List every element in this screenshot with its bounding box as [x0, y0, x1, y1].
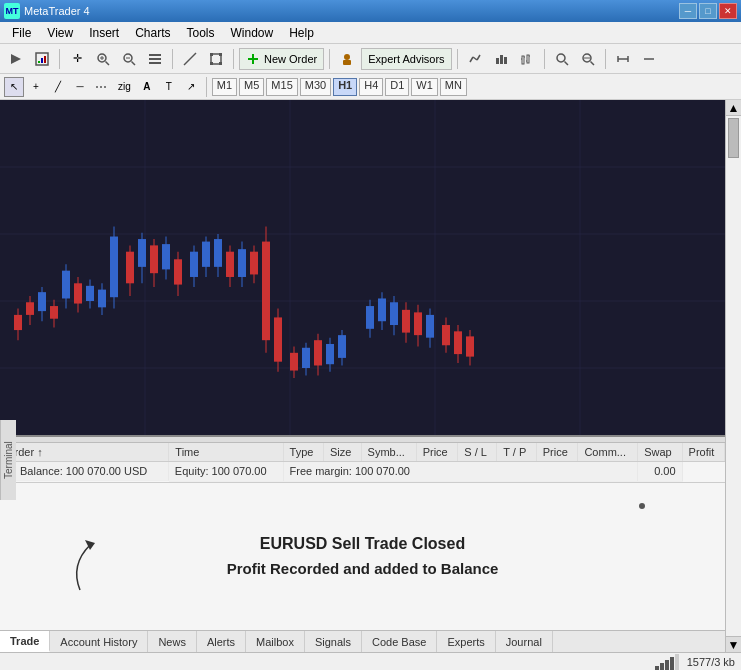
tb-line-btn[interactable]: [178, 48, 202, 70]
tool-arrow2[interactable]: ↗: [181, 77, 201, 97]
tb-chart-type3[interactable]: [515, 48, 539, 70]
tf-m5[interactable]: M5: [239, 78, 264, 96]
tf-w1[interactable]: W1: [411, 78, 438, 96]
svg-rect-103: [302, 348, 310, 368]
menu-tools[interactable]: Tools: [179, 24, 223, 42]
menu-charts[interactable]: Charts: [127, 24, 178, 42]
tb-zoom-sel[interactable]: [550, 48, 574, 70]
svg-rect-79: [150, 245, 158, 273]
bar1: [655, 666, 659, 670]
svg-line-15: [184, 53, 196, 65]
tf-h4[interactable]: H4: [359, 78, 383, 96]
menu-view[interactable]: View: [39, 24, 81, 42]
tab-news[interactable]: News: [148, 631, 197, 652]
tool-ray[interactable]: [92, 77, 112, 97]
tf-separator: [206, 77, 207, 97]
tb-period-sep[interactable]: [611, 48, 635, 70]
menu-window[interactable]: Window: [223, 24, 282, 42]
svg-rect-20: [219, 62, 222, 65]
svg-line-27: [477, 55, 480, 60]
svg-rect-30: [504, 57, 507, 64]
svg-rect-85: [190, 252, 198, 277]
tb-object-btn[interactable]: [204, 48, 228, 70]
tool-text-t[interactable]: T: [159, 77, 179, 97]
separator5: [457, 49, 458, 69]
col-tp: T / P: [497, 443, 536, 462]
close-button[interactable]: ✕: [719, 3, 737, 19]
title-bar: MT MetaTrader 4 ─ □ ✕: [0, 0, 741, 22]
scroll-down[interactable]: ▼: [726, 636, 741, 652]
tab-signals[interactable]: Signals: [305, 631, 362, 652]
tool-dash[interactable]: ─: [70, 77, 90, 97]
svg-rect-119: [414, 312, 422, 335]
separator2: [172, 49, 173, 69]
separator6: [544, 49, 545, 69]
tab-codebase[interactable]: Code Base: [362, 631, 437, 652]
tf-mn[interactable]: MN: [440, 78, 467, 96]
minimize-button[interactable]: ─: [679, 3, 697, 19]
tf-m30[interactable]: M30: [300, 78, 331, 96]
tf-m1[interactable]: M1: [212, 78, 237, 96]
svg-marker-0: [11, 54, 21, 64]
scroll-up[interactable]: ▲: [726, 100, 741, 116]
tb-chart-type1[interactable]: [463, 48, 487, 70]
tb-zoom-fit[interactable]: [576, 48, 600, 70]
bar2: [660, 663, 664, 670]
svg-rect-75: [126, 252, 134, 284]
chart-container[interactable]: [0, 100, 725, 435]
menu-file[interactable]: File: [4, 24, 39, 42]
tf-m15[interactable]: M15: [266, 78, 297, 96]
svg-rect-111: [366, 306, 374, 329]
tool-text-a[interactable]: A: [137, 77, 157, 97]
tb-zoom-out-btn[interactable]: [117, 48, 141, 70]
tb-props-btn[interactable]: [143, 48, 167, 70]
tb-ea-icon: [335, 48, 359, 70]
menu-insert[interactable]: Insert: [81, 24, 127, 42]
terminal-side-label[interactable]: Terminal: [0, 420, 16, 500]
tool-zigzag[interactable]: zig: [114, 77, 135, 97]
expert-advisors-button[interactable]: Expert Advisors: [361, 48, 451, 70]
svg-line-38: [564, 61, 568, 65]
tb-period-sep2[interactable]: [637, 48, 661, 70]
tab-mailbox[interactable]: Mailbox: [246, 631, 305, 652]
tab-alerts[interactable]: Alerts: [197, 631, 246, 652]
tool-line[interactable]: ╱: [48, 77, 68, 97]
col-profit: Profit: [682, 443, 724, 462]
col-symbol: Symb...: [361, 443, 416, 462]
tab-trade[interactable]: Trade: [0, 631, 50, 652]
tab-experts[interactable]: Experts: [437, 631, 495, 652]
svg-rect-73: [110, 237, 118, 298]
svg-line-10: [132, 61, 136, 65]
tab-account-history[interactable]: Account History: [50, 631, 148, 652]
maximize-button[interactable]: □: [699, 3, 717, 19]
scroll-track[interactable]: [726, 116, 741, 636]
svg-rect-14: [149, 62, 161, 64]
separator7: [605, 49, 606, 69]
tool-crosshair[interactable]: +: [26, 77, 46, 97]
tf-h1[interactable]: H1: [333, 78, 357, 96]
tb-chart-type2[interactable]: [489, 48, 513, 70]
tb-crosshair-btn[interactable]: ✛: [65, 48, 89, 70]
price-chart: [0, 100, 725, 435]
svg-rect-12: [149, 54, 161, 56]
window-title: MetaTrader 4: [24, 5, 90, 17]
tf-d1[interactable]: D1: [385, 78, 409, 96]
annotation-area: EURUSD Sell Trade Closed Profit Recorded…: [0, 483, 725, 631]
svg-rect-123: [442, 325, 450, 345]
tool-arrow[interactable]: ↖: [4, 77, 24, 97]
new-order-button[interactable]: New Order: [239, 48, 324, 70]
svg-point-37: [557, 54, 565, 62]
right-scrollbar[interactable]: ▲ ▼: [725, 100, 741, 652]
tb-new-chart-btn[interactable]: [30, 48, 54, 70]
main-layout: File View Insert Charts Tools Window Hel…: [0, 22, 741, 670]
tab-journal[interactable]: Journal: [496, 631, 553, 652]
svg-rect-28: [496, 58, 499, 64]
svg-rect-57: [14, 315, 22, 330]
menu-help[interactable]: Help: [281, 24, 322, 42]
equity-cell: Equity: 100 070.00: [169, 462, 283, 482]
svg-rect-101: [290, 353, 298, 371]
col-order[interactable]: Order ↑: [0, 443, 169, 462]
tb-zoom-in-btn[interactable]: [91, 48, 115, 70]
scroll-thumb[interactable]: [728, 118, 739, 158]
tb-arrow-btn[interactable]: [4, 48, 28, 70]
